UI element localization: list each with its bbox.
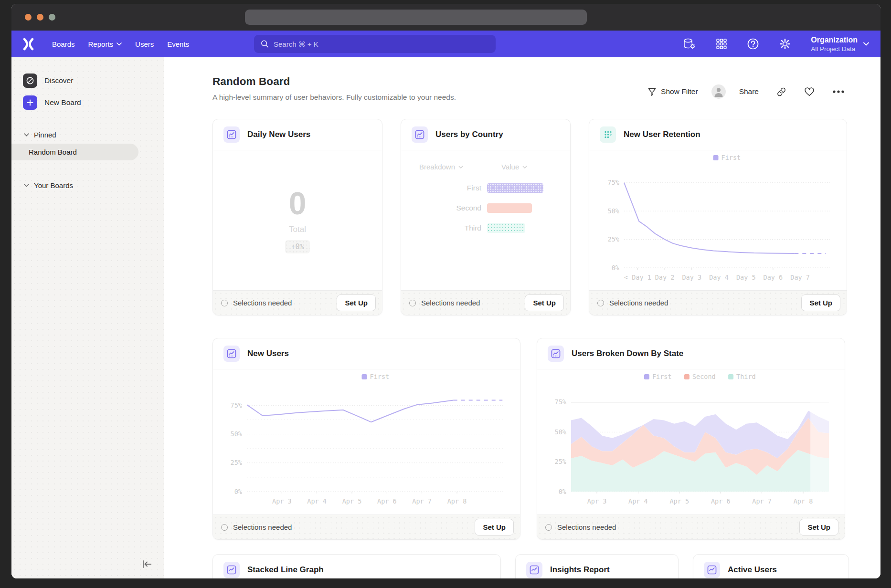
- more-options-button[interactable]: [828, 90, 849, 94]
- svg-text:Apr 7: Apr 7: [412, 497, 432, 505]
- cards-row-2: New Users 75%50%25%0%Apr 3Apr 4Apr 5Apr …: [212, 338, 849, 540]
- ellipsis-icon: [832, 90, 845, 94]
- card-title: Stacked Line Graph: [247, 565, 324, 575]
- link-icon: [776, 87, 786, 97]
- svg-text:Day 6: Day 6: [764, 273, 783, 281]
- svg-text:Apr 6: Apr 6: [377, 497, 397, 505]
- sidebar-item-discover[interactable]: Discover: [11, 70, 164, 92]
- card-title: Insights Report: [550, 565, 610, 575]
- show-filter-button[interactable]: Show Filter: [643, 87, 702, 96]
- card-title: Daily New Users: [247, 130, 310, 139]
- stacked-area-chart: 75%50%25%0%Apr 3Apr 4Apr 5Apr 6Apr 7Apr …: [544, 370, 838, 514]
- sidebar-item-label: New Board: [44, 98, 81, 107]
- value-column-header[interactable]: Value: [501, 163, 527, 171]
- titlebar: [11, 4, 880, 31]
- close-window-button[interactable]: [25, 14, 32, 21]
- copy-link-button[interactable]: [772, 87, 791, 97]
- sidebar-section-pinned[interactable]: Pinned: [11, 126, 164, 143]
- svg-text:Day 7: Day 7: [790, 273, 810, 281]
- new-users-line-chart: 75%50%25%0%Apr 3Apr 4Apr 5Apr 6Apr 7Apr …: [220, 370, 513, 514]
- org-switcher[interactable]: Organization All Project Data: [811, 36, 869, 52]
- global-search[interactable]: [254, 35, 496, 53]
- svg-text:Apr 8: Apr 8: [794, 497, 813, 505]
- svg-text:25%: 25%: [555, 458, 566, 465]
- card-users-by-country[interactable]: Users by Country Breakdown: [401, 119, 571, 315]
- cards-row-1: Daily New Users 0 Total ↑0%: [212, 119, 849, 315]
- metric-value: 0: [289, 188, 307, 219]
- nav-item-reports[interactable]: Reports: [82, 40, 129, 48]
- board-main: Random Board A high-level summary of use…: [164, 57, 880, 578]
- svg-text:Apr 7: Apr 7: [752, 497, 772, 505]
- zoom-window-button[interactable]: [49, 14, 55, 21]
- svg-text:50%: 50%: [608, 207, 619, 215]
- org-name: Organization: [811, 36, 858, 44]
- svg-text:Day 2: Day 2: [655, 273, 675, 281]
- chevron-down-icon: [863, 42, 869, 46]
- card-new-user-retention[interactable]: New User Retention 75%50%25%0%< Day 1Day…: [589, 119, 847, 315]
- nav-item-users[interactable]: Users: [128, 40, 160, 48]
- set-up-button[interactable]: Set Up: [337, 294, 376, 311]
- address-bar[interactable]: [245, 10, 587, 25]
- favorite-button[interactable]: [800, 87, 819, 96]
- search-icon: [261, 40, 269, 48]
- radio-circle-icon: [409, 300, 416, 306]
- metric-delta-badge: ↑0%: [285, 240, 309, 253]
- line-chart-icon: [412, 126, 428, 143]
- line-chart-icon: [548, 346, 564, 362]
- nav-item-events[interactable]: Events: [160, 40, 196, 48]
- value-bar-first: [487, 183, 543, 193]
- avatar[interactable]: [711, 84, 726, 99]
- search-input[interactable]: [274, 40, 489, 48]
- set-up-button[interactable]: Set Up: [801, 294, 840, 311]
- radio-circle-icon: [597, 300, 604, 306]
- card-new-users[interactable]: New Users 75%50%25%0%Apr 3Apr 4Apr 5Apr …: [212, 338, 520, 540]
- mixpanel-logo-icon[interactable]: [22, 38, 35, 51]
- chevron-down-icon: [24, 184, 29, 187]
- set-up-button[interactable]: Set Up: [799, 519, 838, 536]
- sidebar-item-new-board[interactable]: New Board: [11, 92, 164, 114]
- app-window: Boards Reports Users Events: [11, 4, 880, 578]
- set-up-button[interactable]: Set Up: [525, 294, 564, 311]
- svg-text:50%: 50%: [231, 430, 242, 438]
- section-label: Pinned: [34, 131, 56, 139]
- set-up-button[interactable]: Set Up: [475, 519, 514, 536]
- collapse-sidebar-button[interactable]: [140, 557, 154, 571]
- card-title: Users by Country: [435, 130, 503, 139]
- data-management-icon[interactable]: [683, 38, 696, 50]
- svg-text:75%: 75%: [608, 178, 619, 186]
- svg-text:25%: 25%: [231, 459, 242, 466]
- svg-text:Apr 5: Apr 5: [669, 497, 689, 505]
- board-actions: Show Filter Share: [643, 83, 849, 100]
- section-label: Your Boards: [34, 181, 73, 189]
- filter-funnel-icon: [647, 87, 657, 96]
- svg-text:Apr 4: Apr 4: [628, 497, 648, 505]
- traffic-lights: [25, 14, 55, 21]
- minimize-window-button[interactable]: [37, 14, 43, 21]
- board-header: Random Board A high-level summary of use…: [212, 75, 849, 102]
- svg-text:50%: 50%: [555, 428, 566, 436]
- sidebar-item-random-board[interactable]: Random Board: [11, 144, 138, 160]
- apps-grid-icon[interactable]: [716, 38, 727, 50]
- share-button[interactable]: Share: [735, 87, 763, 96]
- card-insights-report[interactable]: Insights Report: [515, 554, 679, 578]
- retention-line-chart: 75%50%25%0%< Day 1Day 2Day 3Day 4Day 5Da…: [597, 151, 838, 290]
- card-stacked-line-graph[interactable]: Stacked Line Graph: [212, 554, 501, 578]
- svg-text:0%: 0%: [559, 488, 566, 495]
- svg-text:0%: 0%: [234, 488, 242, 495]
- card-title: New Users: [247, 349, 289, 358]
- card-active-users[interactable]: Active Users: [693, 554, 849, 578]
- line-chart-icon: [223, 562, 240, 578]
- line-chart-icon: [526, 562, 542, 578]
- card-daily-new-users[interactable]: Daily New Users 0 Total ↑0%: [212, 119, 382, 315]
- chevron-down-icon: [522, 166, 527, 168]
- card-users-by-state[interactable]: Users Broken Down By State 75%50%25%0%Ap…: [537, 338, 845, 540]
- status-selections-needed: Selections needed: [545, 523, 616, 531]
- nav-item-boards[interactable]: Boards: [45, 40, 82, 48]
- settings-gear-icon[interactable]: [779, 38, 791, 50]
- breakdown-column-header[interactable]: Breakdown: [401, 163, 481, 171]
- breakdown-row: Third: [401, 223, 558, 233]
- svg-text:75%: 75%: [555, 398, 566, 406]
- sidebar-section-your-boards[interactable]: Your Boards: [11, 177, 164, 193]
- help-icon[interactable]: [747, 38, 759, 50]
- status-selections-needed: Selections needed: [409, 299, 480, 307]
